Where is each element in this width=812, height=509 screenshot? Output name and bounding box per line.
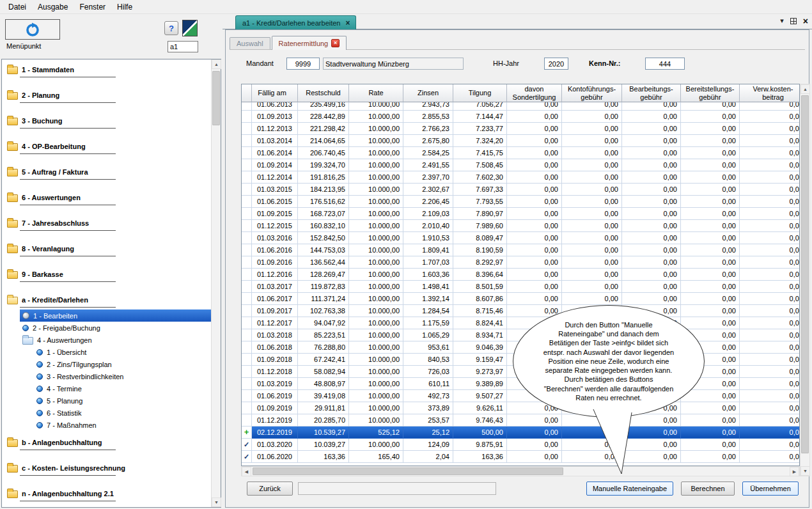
tree-scrollbar-thumb[interactable] <box>212 71 220 125</box>
tab-ratenermittlung[interactable]: Ratenermittlung × <box>272 36 347 50</box>
scroll-right-icon[interactable]: ▶ <box>790 467 799 476</box>
tree-item[interactable]: 4 - OP-Bearbeitung <box>2 140 211 152</box>
hhjahr-field[interactable] <box>544 58 568 70</box>
tree-item[interactable]: 4 - Termine <box>2 382 211 395</box>
scroll-down-icon[interactable]: ▼ <box>800 466 810 476</box>
mandant-code-field[interactable] <box>286 58 320 70</box>
table-row[interactable]: 01.12.2014191.816,2510.000,002.397,707.6… <box>242 171 799 184</box>
table-row[interactable]: 01.03.2017119.872,8310.000,001.498,418.5… <box>242 281 799 293</box>
tree-item[interactable]: 6 - Statistik <box>2 407 211 419</box>
table-row[interactable]: 01.06.201939.419,0810.000,00492,739.507,… <box>242 390 799 402</box>
tree-item[interactable]: 2 - Freigabe/Buchung <box>2 322 211 334</box>
tab-close-red-icon[interactable]: × <box>331 39 340 47</box>
column-header[interactable]: Bereitstellungs- gebühr <box>681 84 740 102</box>
tree-item[interactable]: 1 - Übersicht <box>2 346 211 358</box>
tree-item[interactable]: 7 - Jahresabschluss <box>2 217 211 229</box>
cell: 0,00 <box>562 196 622 208</box>
table-row[interactable]: 01.09.2013228.442,8910.000,002.855,537.1… <box>242 111 799 123</box>
table-row[interactable]: 01.09.2015168.723,0710.000,002.109,037.8… <box>242 208 799 220</box>
table-vertical-scrollbar[interactable]: ▲ ▼ <box>800 84 810 476</box>
tree-item[interactable]: a - Kredite/Darlehen <box>2 294 211 306</box>
tree-item[interactable]: 1 - Stammdaten <box>2 63 211 75</box>
tree-item[interactable]: 1 - Bearbeiten <box>20 309 211 322</box>
tree-item[interactable]: 5 - Auftrag / Faktura <box>2 166 211 178</box>
tab-auswahl[interactable]: Auswahl <box>230 37 270 49</box>
column-header[interactable]: Kontoführungs- gebühr <box>562 84 622 102</box>
scroll-up-icon[interactable]: ▲ <box>212 59 221 69</box>
tree-item[interactable]: 5 - Planung <box>2 395 211 407</box>
table-row[interactable]: 01.03.2015184.213,9510.000,002.302,677.6… <box>242 184 799 196</box>
cell: 67.242,41 <box>298 354 349 366</box>
menupunkt-go-button[interactable] <box>5 19 60 40</box>
column-header[interactable]: Verw.kosten- beitrag <box>740 84 800 102</box>
tree-item[interactable]: 3 - Restverbindlichkeiten <box>2 370 211 382</box>
column-header[interactable]: Fällig am <box>252 84 298 102</box>
table-row[interactable]: 01.12.201920.285,7010.000,00253,579.746,… <box>242 414 799 427</box>
berechnen-button[interactable]: Berechnen <box>681 482 735 496</box>
document-tabbar: a1 - Kredit/Darlehen bearbeiten × ▾ × <box>223 14 812 29</box>
tree-item[interactable]: 2 - Planung <box>2 89 211 101</box>
table-row[interactable]: 01.12.2016128.269,4710.000,001.603,368.3… <box>242 269 799 281</box>
table-row[interactable]: 01.06.2017111.371,2410.000,001.392,148.6… <box>242 293 799 305</box>
tree-scrollbar[interactable]: ▲ ▼ <box>211 59 221 507</box>
tree-item[interactable]: 6 - Auswertungen <box>2 191 211 203</box>
column-header[interactable]: Bearbeitungs- gebühr <box>622 84 681 102</box>
tree-item[interactable]: 2 - Zins/Tilgungsplan <box>2 358 211 370</box>
tree-item[interactable]: 7 - Maßnahmen <box>2 419 211 431</box>
table-row[interactable]: 01.03.2016152.842,5010.000,001.910,538.0… <box>242 232 799 244</box>
menu-hilfe[interactable]: Hilfe <box>111 0 138 14</box>
document-tab[interactable]: a1 - Kredit/Darlehen bearbeiten × <box>235 15 356 29</box>
table-row[interactable]: 01.06.2016144.753,0310.000,001.809,418.1… <box>242 244 799 256</box>
table-row[interactable]: 01.12.201794.047,9210.000,001.175,598.82… <box>242 317 799 329</box>
table-row[interactable]: 01.06.2015176.516,6210.000,002.206,457.7… <box>242 196 799 208</box>
menu-ausgabe[interactable]: Ausgabe <box>32 0 74 14</box>
table-row[interactable]: ✓01.03.202010.039,2710.000,00124,099.875… <box>242 439 799 451</box>
window-layout-icon[interactable] <box>790 18 797 24</box>
cell: 48.808,97 <box>298 378 349 390</box>
menu-fenster[interactable]: Fenster <box>74 0 111 14</box>
cell: 7.144,47 <box>453 111 507 123</box>
tree-item[interactable]: c - Kosten- Leistungsrechnung <box>2 462 211 474</box>
uebernehmen-button[interactable]: Übernehmen <box>742 482 799 496</box>
table-row[interactable]: 01.09.2016136.562,4410.000,001.707,038.2… <box>242 256 799 269</box>
column-header[interactable]: Zinsen <box>403 84 453 102</box>
table-row[interactable]: 01.06.2014206.740,4510.000,002.584,257.4… <box>242 147 799 159</box>
table-horizontal-scrollbar[interactable]: ◀ ▶ <box>241 466 800 476</box>
column-header[interactable]: Restschuld <box>298 84 349 102</box>
table-row[interactable]: 01.09.2014199.324,7010.000,002.491,557.5… <box>242 159 799 171</box>
table-row[interactable]: 01.09.201929.911,8110.000,00373,899.626,… <box>242 402 799 414</box>
column-header[interactable]: davon Sondertilgung <box>507 84 562 102</box>
manuelle-rateneingabe-button[interactable]: Manuelle Rateneingabe <box>586 482 673 496</box>
tree-item[interactable]: 8 - Veranlagung <box>2 242 211 254</box>
kennnr-field[interactable] <box>645 58 685 70</box>
tab-list-dropdown-icon[interactable]: ▾ <box>780 17 784 25</box>
table-row[interactable]: 01.12.2015160.832,1010.000,002.010,407.9… <box>242 220 799 232</box>
scroll-down-icon[interactable]: ▼ <box>212 497 221 507</box>
table-row[interactable]: ✓01.06.2020163,36165,402,04163,360,000,0… <box>242 451 799 463</box>
scroll-up-icon[interactable]: ▲ <box>800 84 810 94</box>
table-row[interactable]: 01.03.2014214.064,6510.000,002.675,807.3… <box>242 135 799 147</box>
zurueck-button[interactable]: Zurück <box>247 482 293 496</box>
tree-item[interactable]: 4 - Auswertungen <box>2 334 211 346</box>
tree-item[interactable]: 3 - Buchung <box>2 114 211 127</box>
v-scrollbar-thumb[interactable] <box>801 95 809 453</box>
column-header[interactable]: Rate <box>349 84 403 102</box>
tab-close-icon[interactable]: × <box>345 19 350 27</box>
cell: 10.000,00 <box>349 171 403 184</box>
table-row[interactable]: 01.12.2013221.298,4210.000,002.766,237.2… <box>242 123 799 135</box>
cell: 0,00 <box>562 220 622 232</box>
column-header[interactable]: Tilgung <box>453 84 507 102</box>
tree-item[interactable]: n - Anlagenbuchhaltung 2.1 <box>2 487 211 499</box>
tree-item[interactable]: 9 - Barkasse <box>2 268 211 280</box>
close-icon[interactable]: × <box>803 18 808 24</box>
table-row[interactable]: +02.12.201910.539,27525,1225,12500,000,0… <box>242 427 799 439</box>
table-row[interactable]: 01.09.2017102.763,3810.000,001.284,548.7… <box>242 305 799 317</box>
h-scrollbar-thumb[interactable] <box>253 467 563 475</box>
menu-datei[interactable]: Datei <box>3 0 32 14</box>
menu-code-input[interactable] <box>168 41 198 52</box>
tree-item[interactable]: b - Anlagenbuchhaltung <box>2 436 211 448</box>
scroll-left-icon[interactable]: ◀ <box>242 467 251 476</box>
help-button[interactable]: ? <box>164 21 178 35</box>
cell: 01.03.2014 <box>252 135 298 147</box>
table-row[interactable]: 01.06.2013235.499,1610.000,002.943,737.0… <box>242 102 799 111</box>
